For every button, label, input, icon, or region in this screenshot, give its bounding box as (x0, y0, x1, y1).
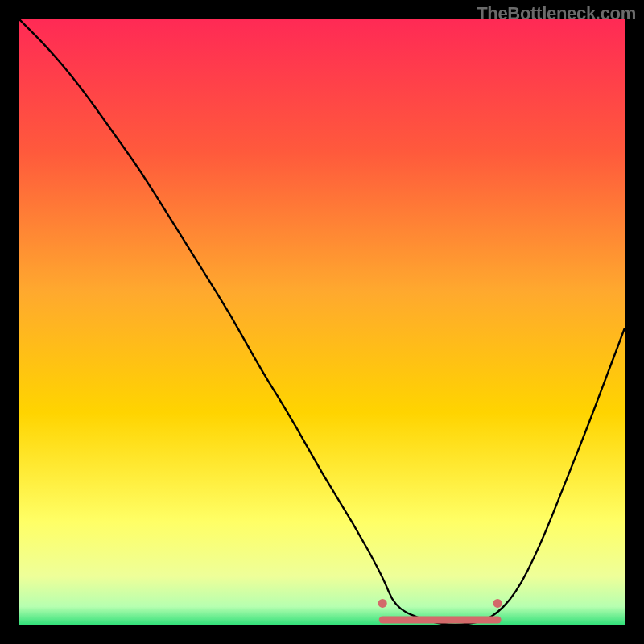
chart-svg (19, 19, 625, 625)
chart-frame: TheBottleneck.com (0, 0, 644, 644)
optimal-zone-left-marker (378, 599, 387, 608)
plot-area (19, 19, 625, 625)
watermark-text: TheBottleneck.com (477, 3, 636, 24)
gradient-background (19, 19, 625, 625)
optimal-zone-right-marker (493, 599, 502, 608)
